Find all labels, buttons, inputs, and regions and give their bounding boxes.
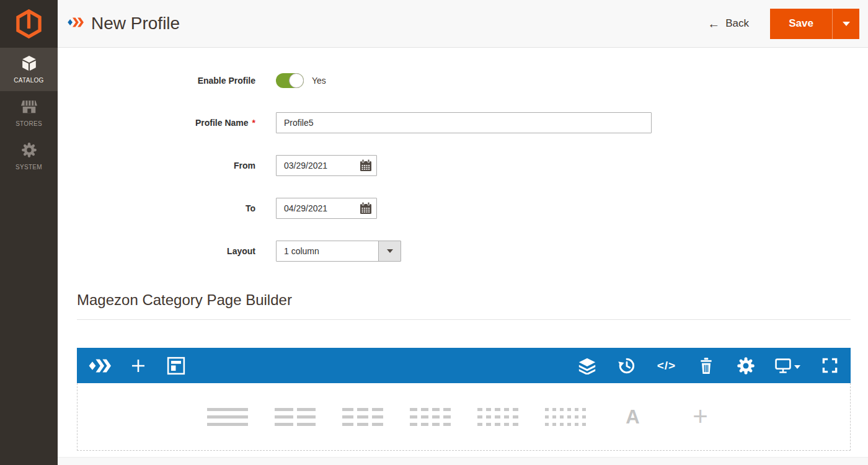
catalog-box-icon [21,55,37,74]
add-element-option[interactable]: + [680,407,721,425]
enable-profile-toggle[interactable] [276,73,304,88]
sidebar-item-system[interactable]: SYSTEM [0,135,58,178]
page-builder-section: Magezon Category Page Builder [58,291,868,451]
row-layout-2-column-option[interactable] [275,408,316,426]
calendar-icon[interactable] [359,202,373,218]
magento-logo[interactable] [0,0,58,48]
back-arrow-icon: ← [707,17,720,30]
template-icon[interactable] [166,355,187,376]
page-header: New Profile ← Back Save [58,0,868,48]
chevron-down-icon [794,365,800,369]
profile-name-row: Profile Name* [58,112,868,133]
magezon-brand-icon [65,15,84,32]
add-element-icon[interactable] [128,355,149,376]
page-footer-strip [58,457,868,465]
chevron-down-icon [843,22,850,26]
calendar-icon[interactable] [359,159,373,175]
admin-sidebar: CATALOG STORES [0,0,58,465]
row-layout-5-column-option[interactable] [477,408,518,426]
storefront-icon [21,99,37,117]
builder-canvas: A + [77,383,851,451]
date-from-row: From [58,155,868,176]
section-title: Magezon Category Page Builder [77,291,851,309]
profile-name-label: Profile Name* [58,112,255,133]
layout-label: Layout [58,241,255,262]
row-layout-6-column-option[interactable] [545,408,586,426]
layout-row: Layout 1 column [58,241,868,262]
toggle-knob [289,73,304,88]
back-button-label: Back [725,17,749,30]
sidebar-item-label: SYSTEM [16,164,42,170]
date-to-row: To [58,198,868,219]
sidebar-item-label: STORES [16,120,42,127]
fullscreen-icon[interactable] [819,355,840,376]
toolbar-right-group: </> [577,355,840,376]
sidebar-item-label: CATALOG [14,77,43,84]
gear-icon [21,142,37,161]
toolbar-left-group [86,355,187,376]
sidebar-item-catalog[interactable]: CATALOG [0,48,58,91]
magento-logo-icon [16,9,42,38]
sidebar-item-stores[interactable]: STORES [0,91,58,135]
date-from-label: From [58,155,255,176]
layout-select-arrow-button[interactable] [378,241,401,261]
trash-icon[interactable] [696,355,717,376]
required-marker: * [252,118,255,128]
settings-gear-icon[interactable] [735,355,756,376]
enable-profile-row: Enable Profile Yes [58,73,868,88]
save-button[interactable]: Save [770,9,832,39]
code-icon[interactable]: </> [656,355,677,376]
history-icon[interactable] [616,355,637,376]
text-element-option[interactable]: A [613,407,653,427]
row-layout-3-column-option[interactable] [342,408,383,426]
layout-select[interactable]: 1 column [276,241,401,262]
chevron-down-icon [387,249,393,253]
row-layout-1-column-option[interactable] [207,408,248,426]
enable-profile-value: Yes [312,76,326,86]
layers-icon[interactable] [577,355,598,376]
save-split-button: Save [770,9,859,39]
responsive-preview-icon[interactable] [775,355,800,376]
row-layout-4-column-option[interactable] [410,408,451,426]
date-to-label: To [58,198,255,219]
back-button[interactable]: ← Back [707,17,749,30]
page-title: New Profile [91,14,180,33]
builder-toolbar: </> [77,348,851,383]
section-divider [77,319,851,320]
magezon-logo-icon [86,355,111,376]
profile-name-input[interactable] [276,112,652,133]
save-options-button[interactable] [832,9,859,39]
layout-select-value: 1 column [277,241,378,261]
profile-form: Enable Profile Yes Profile Name* From [58,48,868,262]
main-content: Enable Profile Yes Profile Name* From [58,48,868,457]
enable-profile-label: Enable Profile [58,73,255,88]
